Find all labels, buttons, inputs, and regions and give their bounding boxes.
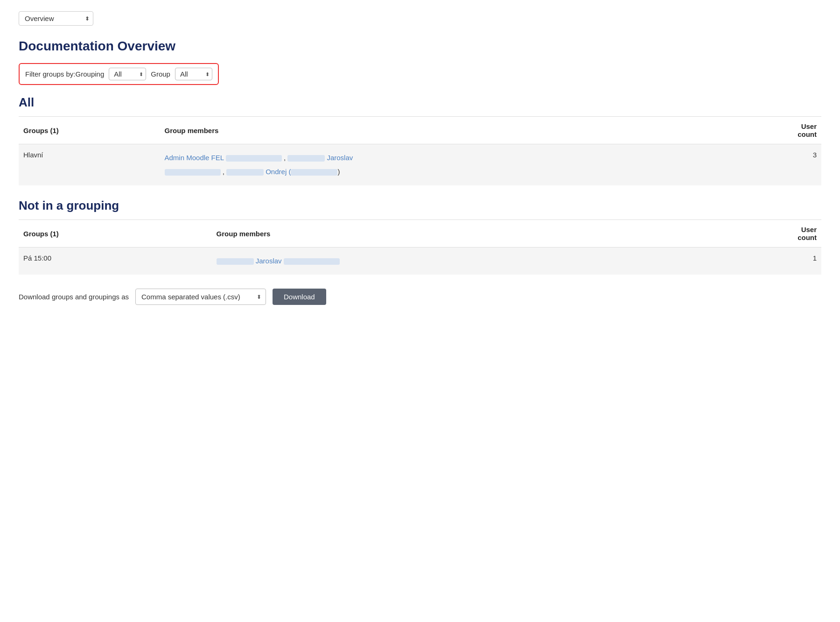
download-label: Download groups and groupings as bbox=[19, 293, 129, 301]
group-select-wrapper: All bbox=[175, 68, 212, 80]
member-link-jaroslav[interactable]: Jaroslav bbox=[327, 154, 353, 162]
page-title: Documentation Overview bbox=[19, 39, 821, 54]
filter-bar: Filter groups by:Grouping All Group All bbox=[19, 63, 219, 85]
blurred-email-1 bbox=[226, 155, 282, 162]
group-select[interactable]: All bbox=[175, 68, 212, 80]
group-name-cell: Hlavní bbox=[19, 144, 160, 186]
blurred-name-2 bbox=[287, 155, 325, 162]
top-nav-select-wrapper: Overview bbox=[19, 11, 93, 26]
group-label: Group bbox=[151, 70, 170, 78]
table-row: Pá 15:00 Jaroslav 1 bbox=[19, 247, 821, 275]
grouping-select[interactable]: All bbox=[109, 68, 146, 80]
not-in-grouping-table: Groups (1) Group members Usercount Pá 15… bbox=[19, 219, 821, 275]
user-count-cell-1: 3 bbox=[784, 144, 821, 186]
member-link-ondrej[interactable]: Ondrej ( bbox=[266, 168, 291, 176]
all-section-heading: All bbox=[19, 95, 821, 110]
grouping-select-wrapper: All bbox=[109, 68, 146, 80]
table-row: Hlavní Admin Moodle FEL , Jaroslav , Ond… bbox=[19, 144, 821, 186]
blurred-name-4 bbox=[226, 169, 264, 176]
all-groups-table: Groups (1) Group members User count Hlav… bbox=[19, 116, 821, 185]
blurred-email-7 bbox=[284, 258, 340, 265]
filter-label: Filter groups by:Grouping bbox=[25, 70, 104, 78]
top-nav-select-container: Overview bbox=[19, 11, 93, 26]
group-name-cell-2: Pá 15:00 bbox=[19, 247, 212, 275]
all-table-col1-header: Groups (1) bbox=[19, 117, 160, 144]
user-count-cell-2: 1 bbox=[784, 247, 821, 275]
member-link-jaroslav-2[interactable]: Jaroslav bbox=[256, 257, 282, 265]
not-table-col3-header: Usercount bbox=[784, 220, 821, 247]
all-table-col3-header: User count bbox=[784, 117, 821, 144]
not-in-grouping-heading: Not in a grouping bbox=[19, 198, 821, 213]
group-members-cell: Admin Moodle FEL , Jaroslav , Ondrej () bbox=[160, 144, 784, 186]
top-nav-select[interactable]: Overview bbox=[19, 11, 93, 26]
blurred-email-3 bbox=[165, 169, 221, 176]
separator-1: , bbox=[284, 154, 287, 162]
paren-close: ) bbox=[337, 168, 340, 176]
group-members-cell-2: Jaroslav bbox=[212, 247, 784, 275]
separator-2: , bbox=[223, 168, 226, 176]
blurred-email-5 bbox=[291, 169, 337, 176]
member-link-admin[interactable]: Admin Moodle FEL bbox=[165, 154, 224, 162]
all-table-col2-header: Group members bbox=[160, 117, 784, 144]
download-format-select[interactable]: Comma separated values (.csv) Excel (.xl… bbox=[135, 289, 266, 305]
blurred-name-6 bbox=[217, 258, 254, 265]
not-table-col1-header: Groups (1) bbox=[19, 220, 212, 247]
download-row: Download groups and groupings as Comma s… bbox=[19, 289, 821, 305]
not-table-col2-header: Group members bbox=[212, 220, 784, 247]
download-select-wrapper: Comma separated values (.csv) Excel (.xl… bbox=[135, 289, 266, 305]
download-button[interactable]: Download bbox=[273, 289, 326, 305]
